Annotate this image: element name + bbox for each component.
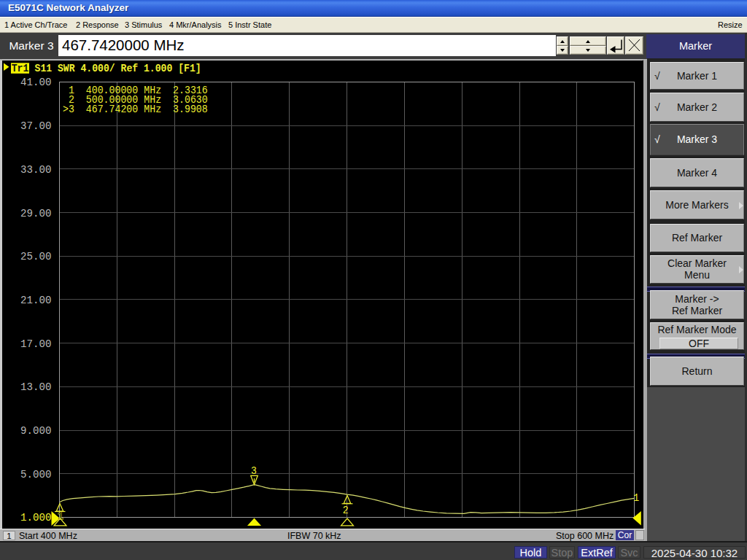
svg-text:13.00: 13.00: [20, 381, 51, 393]
svg-text:25.00: 25.00: [20, 251, 51, 262]
svg-text:1.000: 1.000: [20, 512, 51, 524]
svg-text:467.74200: 467.74200: [86, 104, 138, 116]
svg-text:2: 2: [343, 504, 349, 516]
svg-text:21.00: 21.00: [20, 295, 51, 306]
svg-text:41.00: 41.00: [20, 77, 51, 88]
svg-text:3: 3: [251, 464, 257, 477]
svg-text:5.000: 5.000: [20, 468, 51, 480]
svg-text:17.00: 17.00: [20, 338, 51, 349]
svg-text:1: 1: [633, 492, 639, 505]
svg-text:Tr1: Tr1: [12, 62, 29, 74]
svg-text:9.000: 9.000: [20, 425, 51, 437]
svg-text:37.00: 37.00: [20, 120, 51, 132]
svg-text:3.9908: 3.9908: [173, 104, 208, 116]
svg-text:29.00: 29.00: [20, 207, 51, 219]
svg-text:MHz: MHz: [144, 104, 161, 116]
svg-text:S11 SWR 4.000/ Ref 1.000 [F1]: S11 SWR 4.000/ Ref 1.000 [F1]: [35, 62, 201, 74]
svg-text:>3: >3: [63, 104, 74, 116]
svg-text:33.00: 33.00: [20, 164, 51, 176]
